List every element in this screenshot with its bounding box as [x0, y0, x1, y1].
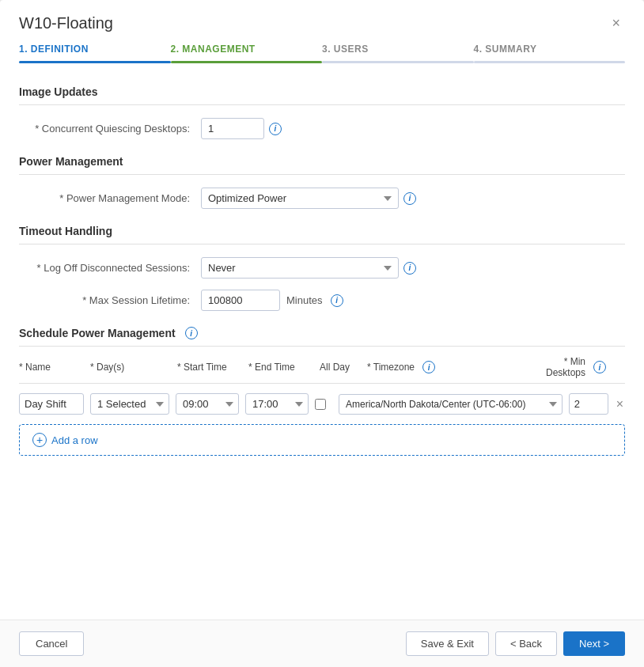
remove-row-button[interactable]: × — [615, 398, 625, 411]
allday-checkbox[interactable] — [315, 399, 326, 410]
col-header-timezone: * Timezone i — [367, 361, 535, 373]
max-session-row: * Max Session Lifetime: Minutes i — [19, 290, 625, 311]
power-mode-row: * Power Management Mode: Optimized Power… — [19, 188, 625, 209]
concurrent-quiescing-label: * Concurrent Quiescing Desktops: — [35, 123, 201, 135]
concurrent-quiescing-row: * Concurrent Quiescing Desktops: i — [19, 118, 625, 139]
footer-right-buttons: Save & Exit < Back Next > — [406, 631, 625, 656]
col-header-end: * End Time — [248, 362, 320, 373]
dialog-footer: Cancel Save & Exit < Back Next > — [0, 620, 644, 667]
schedule-title-row: Schedule Power Management i — [19, 327, 625, 347]
schedule-info-icon: i — [185, 327, 198, 339]
timezone-select[interactable]: America/North Dakota/Center (UTC-06:00) … — [339, 394, 563, 415]
days-select[interactable]: 1 Selected 2 Selected 3 Selected Mon-Fri — [90, 393, 169, 415]
plus-circle-icon: + — [32, 433, 47, 447]
col-header-allday: All Day — [320, 362, 367, 373]
min-desktops-input[interactable] — [569, 393, 608, 415]
tabs-row: 1. DEFINITION 2. MANAGEMENT 3. USERS 4. … — [0, 32, 644, 70]
tab-summary-label: 4. SUMMARY — [474, 44, 537, 61]
save-exit-button[interactable]: Save & Exit — [406, 631, 489, 656]
section-power-management: Power Management * Power Management Mode… — [19, 155, 625, 209]
power-management-title: Power Management — [19, 155, 625, 175]
section-schedule: Schedule Power Management i * Name * Day… — [19, 327, 625, 456]
tab-users-label: 3. USERS — [322, 44, 369, 61]
concurrent-quiescing-info-icon: i — [269, 123, 282, 135]
timezone-col-info-icon: i — [422, 361, 435, 373]
col-header-name: * Name — [19, 362, 90, 373]
tab-management-label: 2. MANAGEMENT — [171, 44, 256, 61]
dialog-body: Image Updates * Concurrent Quiescing Des… — [0, 70, 644, 620]
log-off-row: * Log Off Disconnected Sessions: Never A… — [19, 257, 625, 279]
col-header-days: * Day(s) — [90, 362, 177, 373]
end-time-select[interactable]: 17:00 16:00 18:00 19:00 20:00 — [245, 393, 309, 415]
tab-definition-label: 1. DEFINITION — [19, 44, 89, 61]
tab-users[interactable]: 3. USERS — [322, 44, 474, 70]
start-time-select[interactable]: 09:00 08:00 10:00 11:00 12:00 — [176, 393, 239, 415]
timeout-handling-title: Timeout Handling — [19, 225, 625, 244]
max-session-label: * Max Session Lifetime: — [35, 294, 201, 306]
power-mode-select[interactable]: Optimized Power High Performance Balance… — [201, 188, 399, 209]
tab-management-bar — [171, 61, 323, 63]
mindesktops-col-info-icon: i — [593, 361, 606, 373]
tab-definition-bar — [19, 61, 171, 63]
max-session-input[interactable] — [201, 290, 280, 311]
dialog-header: W10-Floating × — [0, 0, 644, 32]
tab-users-bar — [322, 61, 474, 63]
concurrent-quiescing-input[interactable] — [201, 118, 264, 139]
schedule-title: Schedule Power Management — [19, 327, 176, 339]
cancel-button[interactable]: Cancel — [19, 631, 84, 656]
main-dialog: W10-Floating × 1. DEFINITION 2. MANAGEME… — [0, 0, 644, 667]
dialog-title: W10-Floating — [19, 14, 113, 32]
tab-definition[interactable]: 1. DEFINITION — [19, 44, 171, 70]
schedule-col-headers: * Name * Day(s) * Start Time * End Time … — [19, 356, 625, 384]
section-timeout-handling: Timeout Handling * Log Off Disconnected … — [19, 225, 625, 311]
schedule-row: 1 Selected 2 Selected 3 Selected Mon-Fri… — [19, 390, 625, 418]
section-image-updates: Image Updates * Concurrent Quiescing Des… — [19, 85, 625, 139]
next-button[interactable]: Next > — [563, 631, 625, 656]
schedule-name-input[interactable] — [19, 393, 84, 415]
power-mode-label: * Power Management Mode: — [35, 192, 201, 204]
col-header-mindesktops: * Min Desktops i — [535, 356, 606, 378]
back-button[interactable]: < Back — [495, 631, 557, 656]
max-session-info-icon: i — [331, 294, 343, 307]
log-off-label: * Log Off Disconnected Sessions: — [35, 262, 201, 274]
minutes-label: Minutes — [286, 294, 323, 306]
power-mode-info-icon: i — [403, 192, 416, 205]
tab-management[interactable]: 2. MANAGEMENT — [171, 44, 323, 70]
log-off-select[interactable]: Never After 5 minutes After 15 minutes A… — [201, 257, 399, 279]
log-off-info-icon: i — [403, 262, 416, 275]
tab-summary-bar — [474, 61, 626, 63]
add-row-label: Add a row — [51, 434, 98, 446]
close-button[interactable]: × — [607, 14, 625, 32]
col-header-start: * Start Time — [177, 362, 248, 373]
tab-summary[interactable]: 4. SUMMARY — [474, 44, 626, 70]
image-updates-title: Image Updates — [19, 85, 625, 105]
add-row-button[interactable]: + Add a row — [19, 424, 625, 456]
